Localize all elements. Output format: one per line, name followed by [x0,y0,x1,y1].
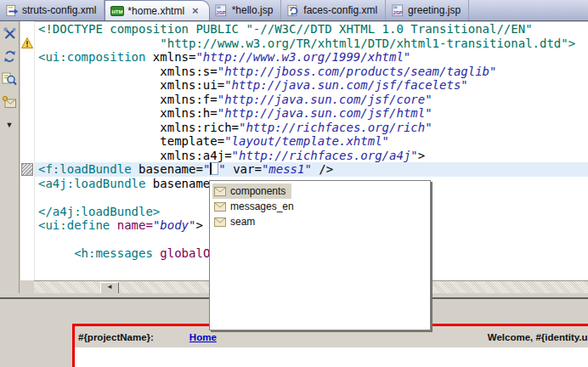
tab-label: faces-config.xml [303,4,377,16]
menu-arrow-icon[interactable]: ▼ [2,117,17,133]
svg-text:JSP: JSP [393,8,403,14]
sash-collapse-button[interactable]: ◄ [100,282,119,294]
code-line[interactable]: xmlns:h="http://java.sun.com/jsf/html" [35,106,588,121]
home-link[interactable]: Home [189,332,217,342]
tab-label: struts-config.xml [22,4,96,16]
tab-close-icon[interactable]: × [192,5,199,16]
text-caret [210,162,218,175]
project-name-label: #{projectName}: [78,332,154,342]
bundle-select-icon[interactable] [2,94,17,110]
annotation-gutter [20,21,35,280]
autocomplete-popup: components messages_en seam [209,180,431,330]
code-line[interactable]: xmlns:ui="http://java.sun.com/jsf/facele… [35,78,588,93]
preferences-tools-icon[interactable] [2,25,17,41]
code-line-current[interactable]: <f:loadBundle basename="" var="mess1" /> [35,162,588,177]
vpe-vertical-toolbar: ▼ [0,21,20,293]
code-line[interactable]: xmlns:a4j="http://richfaces.org/a4j"> [35,149,588,163]
autocomplete-item-label: components [230,185,286,197]
code-line[interactable]: xmlns:rich="http://richfaces.org/rich" [35,121,588,135]
autocomplete-item[interactable]: messages_en [212,199,300,214]
tab-hello-jsp[interactable]: JSP *hello.jsp [210,0,282,20]
ide-window: struts-config.xml HTM *home.xhtml × JSP … [0,0,588,367]
tab-home-xhtml[interactable]: HTM *home.xhtml × [105,0,209,20]
source-search-icon[interactable] [2,71,17,87]
tab-label: *hello.jsp [232,4,274,16]
refresh-icon[interactable] [2,48,17,64]
welcome-label: Welcome, #{identity.us [488,332,588,342]
jsp-file-icon: JSP [391,4,404,17]
svg-text:HTM: HTM [112,8,123,14]
code-line[interactable]: <!DOCTYPE composition PUBLIC "-//W3C//DT… [35,22,588,37]
autocomplete-item-label: seam [230,216,255,228]
tab-struts-config-xml[interactable]: struts-config.xml [0,0,105,20]
tab-greeting-jsp[interactable]: JSP greeting.jsp [386,0,469,20]
bundle-envelope-icon [214,201,226,212]
bundle-envelope-icon [214,186,226,196]
jsp-file-icon: JSP [215,4,229,17]
editor-tab-bar: struts-config.xml HTM *home.xhtml × JSP … [0,0,588,21]
code-line[interactable]: template="layout/template.xhtml" [35,134,588,149]
tab-label: *home.xhtml [127,5,184,17]
tab-label: greeting.jsp [408,4,461,16]
code-line[interactable]: <ui:composition xmlns="http://www.w3.org… [35,50,588,65]
tab-faces-config-xml[interactable]: faces-config.xml [281,0,386,20]
autocomplete-item-label: messages_en [230,200,294,212]
warning-icon[interactable] [21,37,33,52]
autocomplete-item[interactable]: seam [212,214,261,229]
code-line[interactable]: xmlns:f="http://java.sun.com/jsf/core" [35,93,588,107]
faces-config-file-icon [286,4,300,17]
bundle-envelope-icon [214,217,226,227]
html-file-icon: HTM [110,4,124,17]
code-line[interactable]: xmlns:s="http://jboss.com/products/seam/… [35,65,588,79]
autocomplete-item[interactable]: components [212,184,291,199]
struts-config-file-icon [5,4,19,17]
current-line-marker [21,163,33,176]
code-line[interactable]: "http://www.w3.org/TR/xhtml1/DTD/xhtml1-… [35,37,588,51]
svg-text:JSP: JSP [216,8,226,14]
preview-page-body[interactable] [75,347,588,367]
